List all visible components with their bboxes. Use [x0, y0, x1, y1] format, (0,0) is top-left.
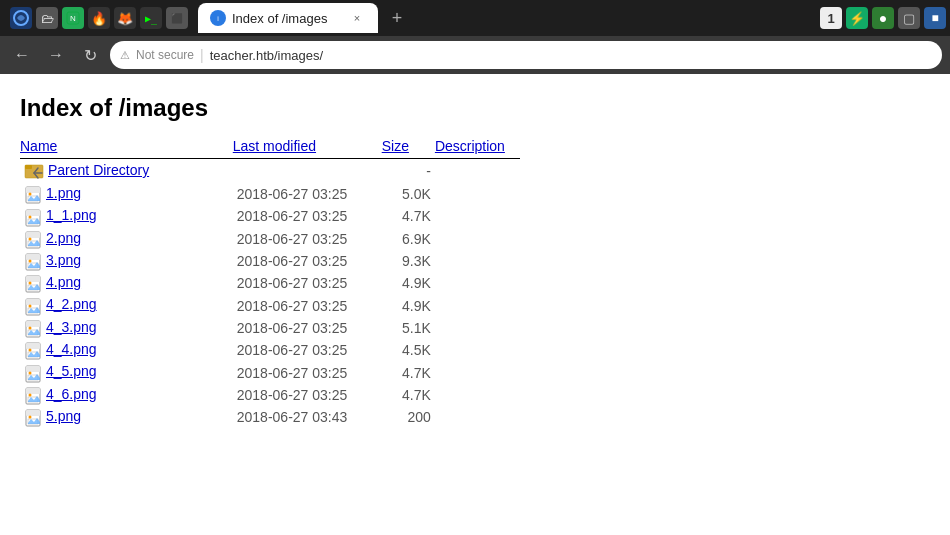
- address-separator: |: [200, 47, 204, 63]
- lock-icon: ⚠: [120, 49, 130, 62]
- svg-text:N: N: [70, 14, 76, 23]
- table-row: 4_4.png2018-06-27 03:254.5K: [20, 339, 520, 361]
- tab-favicon: i: [210, 10, 226, 26]
- blue-box-icon[interactable]: ■: [924, 7, 946, 29]
- svg-point-11: [29, 193, 32, 196]
- table-row: 1.png2018-06-27 03:255.0K: [20, 183, 520, 205]
- svg-rect-6: [25, 165, 32, 169]
- file-name-cell: 3.png: [20, 250, 233, 272]
- file-modified-cell: 2018-06-27 03:25: [233, 294, 382, 316]
- table-row: 4.png2018-06-27 03:254.9K: [20, 272, 520, 294]
- teal-icon[interactable]: ⚡: [846, 7, 868, 29]
- file-modified-cell: 2018-06-27 03:43: [233, 406, 382, 428]
- svg-point-39: [29, 349, 32, 352]
- file-desc-cell: [435, 159, 520, 184]
- firefox-icon[interactable]: 🦊: [114, 7, 136, 29]
- file-table: Name Last modified Size Description: [20, 138, 520, 428]
- table-row: Parent Directory-: [20, 159, 520, 184]
- table-row: 5.png2018-06-27 03:43200: [20, 406, 520, 428]
- red-flame-icon[interactable]: 🔥: [88, 7, 110, 29]
- svg-rect-17: [26, 232, 40, 238]
- active-tab[interactable]: i Index of /images ×: [198, 3, 378, 33]
- file-link[interactable]: 4_6.png: [46, 386, 97, 402]
- image-file-icon: [24, 386, 42, 404]
- file-link[interactable]: 4_4.png: [46, 341, 97, 357]
- file-modified-cell: [233, 159, 382, 184]
- file-size-cell: 4.5K: [382, 339, 435, 361]
- image-file-icon: [24, 252, 42, 270]
- back-button[interactable]: ←: [8, 41, 36, 69]
- cmd-icon[interactable]: ⬛: [166, 7, 188, 29]
- svg-rect-49: [26, 410, 40, 416]
- image-file-icon: [24, 230, 42, 248]
- col-desc-link[interactable]: Description: [435, 138, 505, 154]
- globe-icon[interactable]: ●: [872, 7, 894, 29]
- reload-button[interactable]: ↻: [76, 41, 104, 69]
- table-row: 4_6.png2018-06-27 03:254.7K: [20, 384, 520, 406]
- file-link[interactable]: Parent Directory: [48, 162, 149, 178]
- address-url[interactable]: teacher.htb/images/: [210, 48, 323, 63]
- svg-point-35: [29, 327, 32, 330]
- page-content: Index of /images Name Last modified Size…: [0, 74, 950, 474]
- file-size-cell: 4.9K: [382, 272, 435, 294]
- file-size-cell: -: [382, 159, 435, 184]
- num-icon[interactable]: 1: [820, 7, 842, 29]
- col-name-link[interactable]: Name: [20, 138, 57, 154]
- file-size-cell: 4.7K: [382, 361, 435, 383]
- col-header-desc: Description: [435, 138, 520, 159]
- col-size-link[interactable]: Size: [382, 138, 409, 154]
- col-header-name: Name: [20, 138, 233, 159]
- image-file-icon: [24, 297, 42, 315]
- file-modified-cell: 2018-06-27 03:25: [233, 183, 382, 205]
- badge-icon[interactable]: N: [62, 7, 84, 29]
- svg-point-47: [29, 393, 32, 396]
- file-size-cell: 5.1K: [382, 317, 435, 339]
- file-name-cell: 2.png: [20, 228, 233, 250]
- forward-button[interactable]: →: [42, 41, 70, 69]
- svg-rect-41: [26, 366, 40, 372]
- file-link[interactable]: 5.png: [46, 408, 81, 424]
- file-modified-cell: 2018-06-27 03:25: [233, 228, 382, 250]
- file-size-cell: 5.0K: [382, 183, 435, 205]
- file-desc-cell: [435, 406, 520, 428]
- file-desc-cell: [435, 317, 520, 339]
- file-link[interactable]: 4_3.png: [46, 319, 97, 335]
- file-size-cell: 4.9K: [382, 294, 435, 316]
- tab-bar: 🗁 N 🔥 🦊 ▶_ ⬛ i Index of /images ×: [0, 0, 950, 36]
- tab-title: Index of /images: [232, 11, 327, 26]
- swirl-icon[interactable]: [10, 7, 32, 29]
- page-title: Index of /images: [20, 94, 930, 122]
- svg-point-31: [29, 304, 32, 307]
- file-link[interactable]: 4.png: [46, 274, 81, 290]
- file-link[interactable]: 3.png: [46, 252, 81, 268]
- svg-rect-25: [26, 276, 40, 282]
- file-desc-cell: [435, 384, 520, 406]
- file-modified-cell: 2018-06-27 03:25: [233, 272, 382, 294]
- monitor-icon[interactable]: ▢: [898, 7, 920, 29]
- tab-close-button[interactable]: ×: [348, 9, 366, 27]
- address-bar[interactable]: ⚠ Not secure | teacher.htb/images/: [110, 41, 942, 69]
- svg-rect-13: [26, 210, 40, 216]
- svg-point-43: [29, 371, 32, 374]
- svg-point-27: [29, 282, 32, 285]
- col-header-modified: Last modified: [233, 138, 382, 159]
- file-link[interactable]: 4_2.png: [46, 296, 97, 312]
- image-file-icon: [24, 274, 42, 292]
- not-secure-label: Not secure: [136, 48, 194, 62]
- table-row: 4_3.png2018-06-27 03:255.1K: [20, 317, 520, 339]
- file-name-cell: 5.png: [20, 406, 233, 428]
- file-name-cell: 4.png: [20, 272, 233, 294]
- svg-rect-37: [26, 343, 40, 349]
- svg-rect-21: [26, 254, 40, 260]
- file-link[interactable]: 1_1.png: [46, 207, 97, 223]
- file-size-cell: 200: [382, 406, 435, 428]
- file-size-cell: 4.7K: [382, 205, 435, 227]
- terminal-icon[interactable]: ▶_: [140, 7, 162, 29]
- col-modified-link[interactable]: Last modified: [233, 138, 316, 154]
- file-link[interactable]: 2.png: [46, 230, 81, 246]
- file-link[interactable]: 4_5.png: [46, 363, 97, 379]
- svg-point-15: [29, 215, 32, 218]
- new-tab-button[interactable]: +: [382, 3, 412, 33]
- file-link[interactable]: 1.png: [46, 185, 81, 201]
- folder-icon[interactable]: 🗁: [36, 7, 58, 29]
